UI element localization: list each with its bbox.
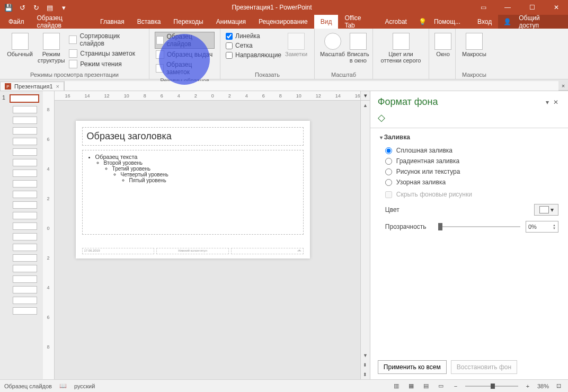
fit-zoom-icon[interactable]: ⊡ (553, 382, 564, 390)
slidenum-placeholder[interactable]: ‹#› (231, 248, 304, 254)
panel-close-icon[interactable]: ✕ (551, 97, 561, 107)
scroll-down-icon[interactable]: ▼ (361, 351, 370, 360)
reading-view-button[interactable]: Режим чтения (68, 59, 144, 69)
slide-thumb-layout[interactable] (2, 127, 41, 135)
notes-toggle-button[interactable]: Заметки (283, 31, 309, 70)
grid-checkbox[interactable]: Сетка (226, 41, 281, 50)
slide-sorter-button[interactable]: Сортировщик слайдов (68, 32, 144, 48)
ribbon-options-icon[interactable]: ▭ (472, 0, 495, 15)
slide-canvas[interactable]: Образец заголовка Образец текста Второй … (76, 121, 310, 259)
view-sorter-icon[interactable]: ▦ (406, 382, 416, 390)
signin[interactable]: Вход (472, 15, 497, 29)
tell-me[interactable]: 💡 Помощ... (413, 15, 471, 29)
outline-view-button[interactable]: Режим структуры (37, 31, 66, 70)
solid-fill-radio[interactable]: Сплошная заливка (380, 145, 558, 156)
slide-master-button[interactable]: Образец слайдов (155, 32, 215, 49)
save-icon[interactable]: 💾 (4, 3, 13, 12)
slide-thumb-layout[interactable] (2, 244, 41, 251)
slide-thumb-layout[interactable] (2, 201, 41, 209)
start-slideshow-icon[interactable]: ▤ (46, 3, 54, 12)
window-button[interactable]: Окно (434, 31, 451, 70)
close-doc-tab-icon[interactable]: × (56, 83, 59, 90)
vertical-scrollbar[interactable]: ▾ ▲ ▼ ⬍ ⬍ (360, 91, 370, 379)
reading-icon (69, 60, 77, 68)
gradient-fill-radio[interactable]: Градиентная заливка (380, 156, 558, 166)
next-slide-icon[interactable]: ⬍ (361, 370, 370, 379)
slide-thumb-layout[interactable] (2, 138, 41, 145)
undo-icon[interactable]: ↺ (18, 3, 26, 12)
title-placeholder[interactable]: Образец заголовка (82, 127, 304, 146)
close-icon[interactable]: ✕ (545, 0, 568, 15)
slide-thumb-layout[interactable] (2, 191, 41, 198)
slide-thumb-layout[interactable] (2, 180, 41, 188)
notes-master-button[interactable]: Образец заметок (155, 60, 215, 76)
fill-section-title[interactable]: Заливка (380, 133, 558, 141)
picture-fill-radio[interactable]: Рисунок или текстура (380, 166, 558, 177)
tab-acrobat[interactable]: Acrobat (379, 15, 413, 29)
slide-thumb-layout[interactable] (2, 254, 41, 262)
transparency-slider[interactable] (438, 226, 520, 227)
macros-button[interactable]: Макросы (461, 31, 487, 70)
tab-insert[interactable]: Вставка (131, 15, 167, 29)
tab-slide-master[interactable]: Образец слайдов (31, 15, 94, 29)
notes-page-button[interactable]: Страницы заметок (68, 49, 144, 58)
tab-office-tab[interactable]: Office Tab (338, 15, 378, 29)
redo-icon[interactable]: ↻ (32, 3, 40, 12)
slide-thumb-layout[interactable] (2, 286, 41, 293)
normal-view-button[interactable]: Обычный (5, 31, 34, 70)
qat-more-icon[interactable]: ▾ (59, 3, 68, 12)
guides-checkbox[interactable]: Направляющие (226, 51, 281, 59)
slide-thumb-layout[interactable] (2, 148, 41, 156)
slide-thumb-layout[interactable] (2, 275, 41, 283)
fill-tab-icon[interactable]: ◇ (370, 110, 568, 128)
pattern-fill-radio[interactable]: Узорная заливка (380, 177, 558, 188)
zoom-out-icon[interactable]: − (450, 382, 461, 390)
document-tab[interactable]: P Презентация1 × (0, 82, 64, 91)
view-reading-icon[interactable]: ▤ (421, 382, 431, 390)
view-slideshow-icon[interactable]: ▭ (436, 382, 446, 390)
slide-thumbnails-pane[interactable]: 1 (0, 91, 43, 379)
tab-view[interactable]: Вид (314, 15, 339, 29)
scroll-up-icon[interactable]: ▲ (361, 101, 370, 110)
slide-thumb-layout[interactable] (2, 170, 41, 177)
tab-transitions[interactable]: Переходы (167, 15, 209, 29)
color-grayscale-button[interactable]: Цвет или оттенки серого (378, 31, 423, 70)
slide-thumb-layout[interactable] (2, 159, 41, 166)
slide-thumb-layout[interactable] (2, 212, 41, 219)
tab-home[interactable]: Главная (94, 15, 131, 29)
apply-all-button[interactable]: Применить ко всем (378, 360, 447, 374)
status-language[interactable]: русский (74, 383, 95, 389)
zoom-level[interactable]: 38% (537, 383, 549, 389)
transparency-input[interactable]: 0%▲▼ (526, 221, 558, 233)
tab-file[interactable]: Файл (2, 15, 31, 29)
spellcheck-icon[interactable]: 📖 (59, 382, 67, 389)
maximize-icon[interactable]: ☐ (520, 0, 544, 15)
ruler-checkbox[interactable]: Линейка (226, 32, 281, 40)
slide-thumb-layout[interactable] (2, 222, 41, 230)
tab-animations[interactable]: Анимация (210, 15, 252, 29)
slide-thumb-layout[interactable] (2, 297, 41, 304)
zoom-button[interactable]: Масштаб (320, 31, 345, 70)
splitter-close-icon[interactable]: × (558, 81, 568, 91)
slide-thumb-layout[interactable] (2, 265, 41, 272)
date-placeholder[interactable]: 17.06.2019 (82, 248, 155, 254)
share-button[interactable]: 👤 Общий доступ (498, 15, 568, 29)
slide-thumb-layout[interactable] (2, 117, 41, 124)
slide-thumb-layout[interactable] (2, 233, 41, 240)
split-icon[interactable]: ▾ (361, 91, 370, 101)
body-placeholder[interactable]: Образец текста Второй уровень Третий уро… (82, 150, 304, 235)
handout-master-button[interactable]: Образец выдач (155, 50, 215, 59)
slide-thumb-layout[interactable] (2, 307, 41, 315)
footer-placeholder[interactable]: Нижний колонтитул (156, 248, 229, 254)
zoom-slider[interactable] (465, 386, 518, 387)
view-normal-icon[interactable]: ▥ (391, 382, 402, 390)
tab-review[interactable]: Рецензирование (252, 15, 314, 29)
fit-window-button[interactable]: Вписать в окно (347, 31, 369, 70)
slide-thumb-layout[interactable] (2, 106, 41, 113)
prev-slide-icon[interactable]: ⬍ (361, 360, 370, 370)
minimize-icon[interactable]: — (496, 0, 519, 15)
panel-options-icon[interactable]: ▾ (544, 97, 551, 107)
color-picker-button[interactable]: ▾ (534, 204, 558, 216)
zoom-in-icon[interactable]: + (522, 382, 533, 390)
slide-thumb-master[interactable]: 1 (2, 94, 41, 103)
